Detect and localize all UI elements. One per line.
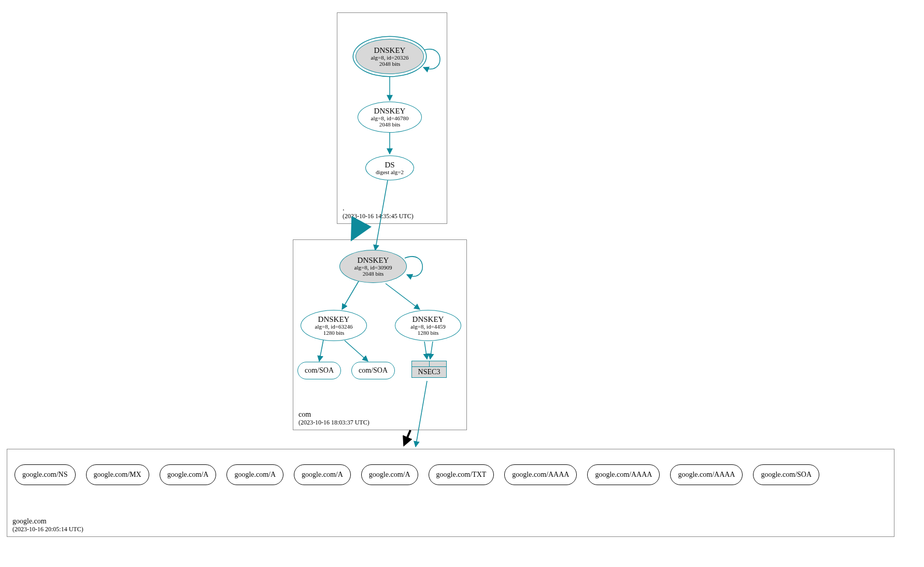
- diagram-canvas: . (2023-10-16 14:35:45 UTC) com (2023-10…: [0, 0, 924, 567]
- record-pill: google.com/A: [160, 464, 217, 485]
- node-root-zsk: DNSKEY alg=8, id=46780 2048 bits: [358, 102, 422, 133]
- node-root-ksk: DNSKEY alg=8, id=20326 2048 bits: [356, 39, 424, 74]
- record-label: google.com/A: [167, 471, 209, 478]
- record-pill: google.com/A: [361, 464, 418, 485]
- record-label: google.com/MX: [94, 471, 141, 478]
- zone-com-label: com (2023-10-16 18:03:37 UTC): [298, 410, 369, 427]
- record-label: google.com/TXT: [436, 471, 487, 478]
- records-row: google.com/NSgoogle.com/MXgoogle.com/Ago…: [15, 464, 901, 485]
- record-label: google.com/SOA: [761, 471, 812, 478]
- record-label: google.com/AAAA: [678, 471, 735, 478]
- record-pill: google.com/AAAA: [587, 464, 660, 485]
- record-pill: google.com/A: [226, 464, 283, 485]
- zone-google: google.com (2023-10-16 20:05:14 UTC): [7, 449, 894, 537]
- record-label: google.com/A: [302, 471, 343, 478]
- zone-google-label: google.com (2023-10-16 20:05:14 UTC): [12, 517, 83, 534]
- node-com-zsk1: DNSKEY alg=8, id=63246 1280 bits: [301, 310, 367, 341]
- node-com-ksk: DNSKEY alg=8, id=30909 2048 bits: [339, 250, 407, 283]
- record-label: google.com/NS: [22, 471, 68, 478]
- zone-root-label: . (2023-10-16 14:35:45 UTC): [343, 204, 414, 221]
- record-pill: google.com/TXT: [429, 464, 494, 485]
- record-label: google.com/A: [369, 471, 410, 478]
- record-pill: google.com/MX: [86, 464, 149, 485]
- node-com-soa-1: com/SOA: [297, 362, 341, 379]
- record-pill: google.com/AAAA: [670, 464, 743, 485]
- record-pill: google.com/AAAA: [504, 464, 577, 485]
- record-label: google.com/AAAA: [595, 471, 652, 478]
- record-pill: google.com/A: [294, 464, 351, 485]
- record-pill: google.com/NS: [15, 464, 76, 485]
- node-nsec3: NSEC3: [411, 361, 447, 378]
- node-com-soa-2: com/SOA: [351, 362, 395, 379]
- record-pill: google.com/SOA: [753, 464, 819, 485]
- record-label: google.com/A: [234, 471, 276, 478]
- node-root-ds: DS digest alg=2: [365, 155, 414, 180]
- node-com-zsk2: DNSKEY alg=8, id=4459 1280 bits: [395, 310, 461, 341]
- record-label: google.com/AAAA: [512, 471, 569, 478]
